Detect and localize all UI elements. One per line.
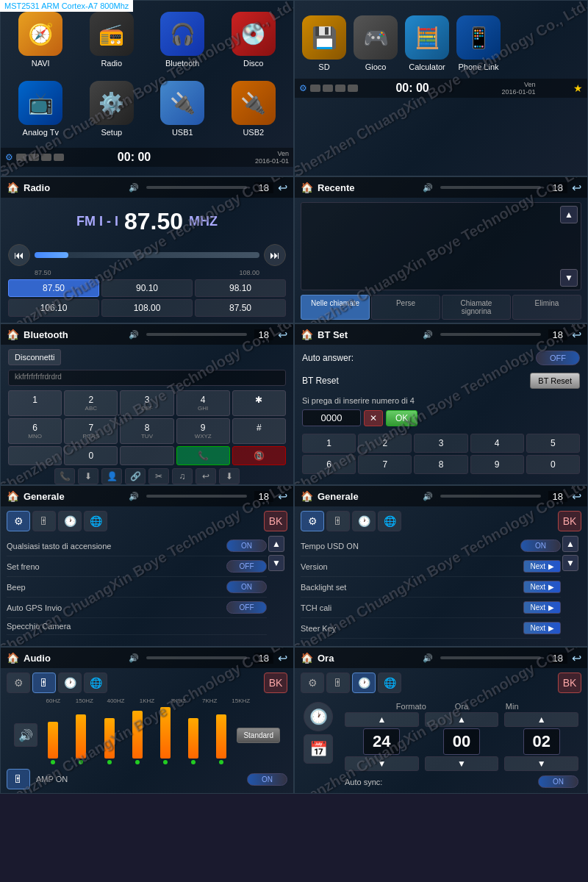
bt-key-2[interactable]: 2ABC xyxy=(64,390,118,416)
btset-num-2[interactable]: 2 xyxy=(358,434,412,453)
app-phone[interactable]: 📱 Phone Link xyxy=(456,15,501,71)
gen2-scroll-up[interactable]: ▲ xyxy=(562,536,578,552)
gen1-scroll-up[interactable]: ▲ xyxy=(268,536,284,552)
home-icon-gen1[interactable]: 🏠 xyxy=(7,490,19,502)
gen1-tab-globe[interactable]: 🌐 xyxy=(84,511,107,531)
back-icon-gen2[interactable]: ↩ xyxy=(572,490,581,503)
audio-preset-button[interactable]: Standard xyxy=(237,728,280,743)
btset-num-4[interactable]: 4 xyxy=(470,434,524,453)
app-calculator[interactable]: 🧮 Calculator xyxy=(405,15,449,71)
eq-bar-4[interactable] xyxy=(153,706,178,764)
bt-icon-down[interactable]: ⬇ xyxy=(78,468,98,484)
home-icon-ora[interactable]: 🏠 xyxy=(301,652,313,664)
home-icon-btset[interactable]: 🏠 xyxy=(301,329,313,340)
audio-tab-bk[interactable]: BK xyxy=(264,673,287,693)
bt-key-1[interactable]: 1 xyxy=(8,390,62,416)
bt-key-call[interactable]: 📞 xyxy=(176,446,230,465)
eq-bar-0[interactable] xyxy=(40,706,65,764)
audio-tab-gear[interactable]: ⚙ xyxy=(7,673,30,693)
gen2-next-1[interactable]: Next▶ xyxy=(523,560,561,573)
gen2-next-4[interactable]: Next▶ xyxy=(523,622,561,634)
ora-formato-up[interactable]: ▲ xyxy=(345,712,419,727)
back-icon-radio[interactable]: ↩ xyxy=(278,181,287,195)
tab-elimina[interactable]: Elimina xyxy=(512,295,581,320)
ora-sync-toggle[interactable]: ON xyxy=(538,775,578,788)
app-usb2[interactable]: 🔌 USB2 xyxy=(221,77,287,140)
btset-num-5[interactable]: 5 xyxy=(526,434,580,453)
gen1-toggle-1[interactable]: OFF xyxy=(226,560,267,573)
app-navi[interactable]: 🧭 NAVI xyxy=(8,8,74,71)
gen1-toggle-2[interactable]: ON xyxy=(226,581,267,593)
radio-preset-5[interactable]: 87.50 xyxy=(195,299,286,317)
gen2-tab-gear[interactable]: ⚙ xyxy=(301,511,324,531)
app-sd[interactable]: 💾 SD xyxy=(302,15,346,71)
ora-calendar-icon[interactable]: 📅 xyxy=(304,734,333,764)
home-icon-audio[interactable]: 🏠 xyxy=(7,652,19,664)
bt-icon-scissors[interactable]: ✂ xyxy=(148,468,169,484)
home-icon-gen2[interactable]: 🏠 xyxy=(301,490,313,502)
bt-key-hash[interactable]: # xyxy=(232,418,286,444)
radio-preset-4[interactable]: 108.00 xyxy=(101,299,193,317)
gen2-next-2[interactable]: Next▶ xyxy=(523,581,561,593)
bt-key-9[interactable]: 9WXYZ xyxy=(176,418,230,444)
gen2-tab-clock[interactable]: 🕐 xyxy=(352,511,376,531)
gen1-tab-gear[interactable]: ⚙ xyxy=(7,511,30,531)
back-icon-audio[interactable]: ↩ xyxy=(278,651,287,665)
audio-eq-icon[interactable]: 🎚 xyxy=(7,769,30,789)
eq-bar-5[interactable] xyxy=(181,706,206,764)
back-icon-ora[interactable]: ↩ xyxy=(572,651,581,665)
app-bluetooth[interactable]: 🎧 Bluetooth xyxy=(150,8,215,71)
btset-pin-input[interactable] xyxy=(302,409,361,426)
bt-key-8[interactable]: 8TUV xyxy=(120,418,173,444)
back-icon-bt[interactable]: ↩ xyxy=(278,328,287,342)
eq-bar-6[interactable] xyxy=(209,706,234,764)
audio-tab-eq[interactable]: 🎚 xyxy=(32,673,56,693)
radio-preset-2[interactable]: 98.10 xyxy=(195,279,286,297)
bt-key-6[interactable]: 6MNO xyxy=(8,418,62,444)
gen2-toggle-0[interactable]: ON xyxy=(520,539,561,552)
ora-ora-up[interactable]: ▲ xyxy=(425,712,499,727)
bt-key-3[interactable]: 3DEF xyxy=(120,390,173,416)
bt-disconnect-button[interactable]: Disconnetti xyxy=(8,349,61,365)
recente-scroll-up[interactable]: ▲ xyxy=(560,206,578,223)
home-icon-recente[interactable]: 🏠 xyxy=(301,182,313,193)
gen1-tab-eq[interactable]: 🎚 xyxy=(32,511,56,531)
home-icon-bt[interactable]: 🏠 xyxy=(7,329,19,340)
audio-amp-toggle[interactable]: ON xyxy=(247,773,287,786)
ora-tab-bk[interactable]: BK xyxy=(558,673,581,693)
bt-key-7[interactable]: 7PQRS xyxy=(64,418,118,444)
ora-tab-globe[interactable]: 🌐 xyxy=(378,673,401,693)
app-gioco[interactable]: 🎮 Gioco xyxy=(354,15,398,71)
app-usb1[interactable]: 🔌 USB1 xyxy=(150,77,215,140)
eq-bar-1[interactable] xyxy=(68,706,93,764)
recente-scroll-down[interactable]: ▼ xyxy=(560,269,578,287)
app-radio[interactable]: 📻 Radio xyxy=(79,8,145,71)
bt-icon-back[interactable]: ↩ xyxy=(196,468,216,484)
bt-icon-link[interactable]: 🔗 xyxy=(125,468,146,484)
tab-nelle-chiamate[interactable]: Nelle chiamate xyxy=(301,295,370,320)
home-icon-radio[interactable]: 🏠 xyxy=(7,182,19,193)
radio-preset-0[interactable]: 87.50 xyxy=(8,279,99,297)
gen2-tab-eq[interactable]: 🎚 xyxy=(326,511,350,531)
bt-icon-dial[interactable]: 📞 xyxy=(54,468,75,484)
bt-key-4[interactable]: 4GHI xyxy=(176,390,230,416)
ora-clock-icon[interactable]: 🕐 xyxy=(304,702,333,731)
app-tv[interactable]: 📺 Analog Tv xyxy=(8,77,74,140)
ora-tab-eq[interactable]: 🎚 xyxy=(326,673,350,693)
audio-tab-clock[interactable]: 🕐 xyxy=(58,673,82,693)
gen2-scroll-down[interactable]: ▼ xyxy=(562,555,578,571)
btset-reset-button[interactable]: BT Reset xyxy=(530,373,580,389)
btset-ok-button[interactable]: OK xyxy=(386,410,417,426)
btset-num-6[interactable]: 6 xyxy=(302,455,356,474)
btset-num-7[interactable]: 7 xyxy=(358,455,412,474)
back-icon-btset[interactable]: ↩ xyxy=(572,328,581,342)
back-icon-recente[interactable]: ↩ xyxy=(572,181,581,195)
ora-ora-down[interactable]: ▼ xyxy=(425,756,499,771)
radio-prev-button[interactable]: ⏮ xyxy=(8,244,30,266)
gen2-next-3[interactable]: Next▶ xyxy=(523,601,561,614)
radio-next-button[interactable]: ⏭ xyxy=(264,244,286,266)
bt-icon-contact[interactable]: 👤 xyxy=(101,468,122,484)
radio-slider[interactable] xyxy=(35,252,259,258)
gen2-tab-bk[interactable]: BK xyxy=(558,511,581,531)
tab-chiamate-signorina[interactable]: Chiamate signorina xyxy=(442,295,511,320)
